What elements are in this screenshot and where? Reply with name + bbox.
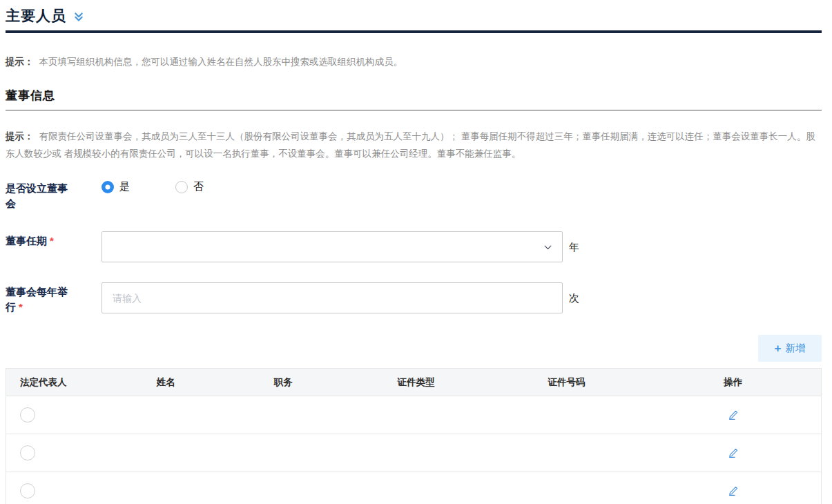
edit-pencil-icon xyxy=(728,485,739,496)
meetings-label: 董事会每年举行* xyxy=(6,282,72,315)
cell-actions xyxy=(645,472,821,504)
table-toolbar: + 新增 xyxy=(6,335,822,362)
required-mark: * xyxy=(19,301,23,313)
term-label-text: 董事任期 xyxy=(6,235,47,246)
cell-cert-type xyxy=(345,472,488,504)
radio-yes-circle-icon[interactable] xyxy=(101,181,114,193)
board-hint: 提示：有限责任公司设董事会，其成员为三人至十三人（股份有限公司设董事会，其成员为… xyxy=(6,128,822,162)
edit-button[interactable] xyxy=(725,407,742,423)
cell-actions xyxy=(645,396,821,434)
table-row xyxy=(6,396,822,434)
edit-pencil-icon xyxy=(728,447,739,458)
cell-position xyxy=(222,472,344,504)
meetings-suffix: 次 xyxy=(569,282,579,313)
header-legal-rep: 法定代表人 xyxy=(6,369,110,396)
directors-form: 是否设立董事会 是 否 董事任期* xyxy=(6,179,822,315)
term-select[interactable] xyxy=(101,231,563,262)
table-body xyxy=(6,396,822,504)
row-radio-icon[interactable] xyxy=(20,483,35,498)
cell-cert-no xyxy=(487,472,645,504)
cell-name xyxy=(109,472,222,504)
cell-name xyxy=(109,434,222,472)
cell-legal-rep xyxy=(6,472,110,504)
radio-option-yes[interactable]: 是 xyxy=(101,180,130,193)
edit-pencil-icon xyxy=(728,409,739,420)
term-control: 年 xyxy=(101,231,579,262)
board-setup-radio-group: 是 否 xyxy=(101,179,249,193)
page-hint: 提示：本页填写组织机构信息，您可以通过输入姓名在自然人股东中搜索或选取组织机构成… xyxy=(6,53,822,70)
section-title-directors: 董事信息 xyxy=(6,88,822,110)
board-setup-label: 是否设立董事会 xyxy=(6,179,72,211)
page-container: 主要人员 提示：本页填写组织机构信息，您可以通过输入姓名在自然人股东中搜索或选取… xyxy=(0,0,832,504)
required-mark: * xyxy=(50,235,54,246)
cell-legal-rep xyxy=(6,434,110,472)
cell-cert-no xyxy=(487,396,645,434)
hint-label: 提示： xyxy=(6,131,34,142)
hint-label: 提示： xyxy=(6,57,34,67)
form-row-board-setup: 是否设立董事会 是 否 xyxy=(6,179,822,211)
term-suffix: 年 xyxy=(569,231,579,262)
header-position: 职务 xyxy=(222,369,344,396)
plus-icon: + xyxy=(775,342,782,354)
table-header-row: 法定代表人 姓名 职务 证件类型 证件号码 操作 xyxy=(6,369,822,396)
add-button[interactable]: + 新增 xyxy=(758,335,822,362)
meetings-label-text: 董事会每年举行 xyxy=(6,286,68,313)
radio-yes-label: 是 xyxy=(119,180,130,193)
page-title: 主要人员 xyxy=(6,6,66,26)
meetings-control: 次 xyxy=(101,282,579,313)
edit-button[interactable] xyxy=(725,483,742,499)
cell-cert-type xyxy=(345,434,488,472)
meetings-per-year-input[interactable] xyxy=(101,282,563,313)
page-hint-text: 本页填写组织机构信息，您可以通过输入姓名在自然人股东中搜索或选取组织机构成员。 xyxy=(39,57,403,67)
row-radio-icon[interactable] xyxy=(20,445,35,461)
cell-name xyxy=(109,396,222,434)
edit-button[interactable] xyxy=(725,445,742,461)
radio-option-no[interactable]: 否 xyxy=(175,180,204,193)
cell-cert-type xyxy=(345,396,488,434)
header-cert-no: 证件号码 xyxy=(487,369,645,396)
page-header: 主要人员 xyxy=(6,0,822,33)
cell-position xyxy=(222,434,344,472)
chevron-down-icon xyxy=(543,242,553,252)
radio-no-label: 否 xyxy=(193,180,204,193)
header-name: 姓名 xyxy=(109,369,222,396)
table-row xyxy=(6,434,822,472)
form-row-meetings: 董事会每年举行* 次 xyxy=(6,282,822,315)
header-actions: 操作 xyxy=(645,369,821,396)
row-radio-icon[interactable] xyxy=(20,407,35,423)
cell-legal-rep xyxy=(6,396,110,434)
cell-cert-no xyxy=(487,434,645,472)
cell-actions xyxy=(645,434,821,472)
radio-no-circle-icon[interactable] xyxy=(175,181,188,193)
cell-position xyxy=(222,396,344,434)
term-label: 董事任期* xyxy=(6,231,72,249)
form-row-term: 董事任期* 年 xyxy=(6,231,822,262)
add-button-label: 新增 xyxy=(785,342,805,355)
directors-table: 法定代表人 姓名 职务 证件类型 证件号码 操作 xyxy=(6,368,822,504)
table-header: 法定代表人 姓名 职务 证件类型 证件号码 操作 xyxy=(6,369,822,396)
board-hint-text: 有限责任公司设董事会，其成员为三人至十三人（股份有限公司设董事会，其成员为五人至… xyxy=(6,131,815,159)
table-row xyxy=(6,472,822,504)
chevron-double-down-icon[interactable] xyxy=(73,11,84,23)
header-cert-type: 证件类型 xyxy=(345,369,488,396)
